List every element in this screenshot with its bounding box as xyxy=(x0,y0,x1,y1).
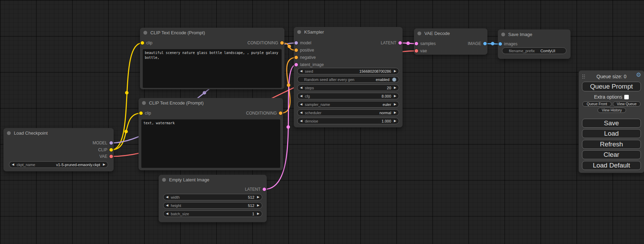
output-socket-latent[interactable] xyxy=(263,188,266,191)
decrement-arrow-icon[interactable]: ◀ xyxy=(300,94,302,98)
widget-steps[interactable]: ◀ steps 20 ▶ xyxy=(297,84,399,91)
decrement-arrow-icon[interactable]: ◀ xyxy=(300,103,302,106)
widget-filename-prefix[interactable]: filename_prefix ComfyUI xyxy=(502,47,566,54)
increment-arrow-icon[interactable]: ▶ xyxy=(257,204,259,207)
collapse-dot-icon[interactable] xyxy=(417,31,421,35)
widget-value: normal xyxy=(379,111,391,115)
increment-arrow-icon[interactable]: ▶ xyxy=(257,212,259,215)
widget-random-seed-toggle[interactable]: Random seed after every gen enabled xyxy=(297,76,399,83)
input-label-model: model xyxy=(300,40,311,45)
widget-height[interactable]: ◀ height 512 ▶ xyxy=(163,202,262,209)
increment-arrow-icon[interactable]: ▶ xyxy=(394,103,396,106)
widget-value: 1.000 xyxy=(382,119,391,123)
extra-options-label: Extra options xyxy=(594,94,623,100)
collapse-dot-icon[interactable] xyxy=(143,31,147,35)
input-socket-model[interactable] xyxy=(294,41,298,45)
prompt-textarea[interactable]: beautiful scenery nature glass bottle la… xyxy=(143,49,282,88)
output-socket-conditioning[interactable] xyxy=(280,41,284,45)
input-socket-clip[interactable] xyxy=(141,41,144,45)
widget-denoise[interactable]: ◀ denoise 1.000 ▶ xyxy=(297,118,399,124)
output-socket-latent[interactable] xyxy=(398,41,402,45)
collapse-dot-icon[interactable] xyxy=(501,33,505,36)
settings-gear-icon[interactable]: ⚙ xyxy=(636,72,641,78)
widget-label: height xyxy=(171,204,248,208)
node-clip-text-encode-positive[interactable]: CLIP Text Encode (Prompt) clip CONDITION… xyxy=(140,28,284,89)
input-socket-images[interactable] xyxy=(499,42,502,46)
node-header[interactable]: Save Image xyxy=(498,29,571,39)
load-default-button[interactable]: Load Default xyxy=(582,161,641,170)
widget-label: Random seed after every gen xyxy=(304,78,376,82)
refresh-button[interactable]: Refresh xyxy=(582,140,641,149)
widget-scheduler[interactable]: ◀ scheduler normal ▶ xyxy=(297,109,399,116)
increment-arrow-icon[interactable]: ▶ xyxy=(394,70,396,73)
node-header[interactable]: KSampler xyxy=(294,27,403,37)
decrement-arrow-icon[interactable]: ◀ xyxy=(166,204,168,207)
load-button[interactable]: Load xyxy=(582,129,641,138)
queue-front-button[interactable]: Queue Front xyxy=(582,101,611,107)
save-button[interactable]: Save xyxy=(582,119,641,128)
decrement-arrow-icon[interactable]: ◀ xyxy=(12,163,14,166)
queue-panel: Queue size: 0 ⚙ Queue Prompt Extra optio… xyxy=(579,70,644,173)
collapse-dot-icon[interactable] xyxy=(7,131,11,135)
output-socket-model[interactable] xyxy=(109,141,113,145)
widget-seed[interactable]: ◀ seed 156680208700286 ▶ xyxy=(297,68,399,74)
decrement-arrow-icon[interactable]: ◀ xyxy=(166,196,168,199)
widget-width[interactable]: ◀ width 512 ▶ xyxy=(163,194,262,200)
node-ksampler[interactable]: KSampler model positive negative latent_… xyxy=(294,27,403,127)
decrement-arrow-icon[interactable]: ◀ xyxy=(300,86,302,89)
output-label-model: MODEL xyxy=(92,141,107,145)
node-vae-decode[interactable]: VAE Decode samples vae IMAGE xyxy=(414,28,487,55)
collapse-dot-icon[interactable] xyxy=(162,178,166,182)
view-history-button[interactable]: View History xyxy=(598,108,626,113)
input-socket-samples[interactable] xyxy=(415,42,418,45)
extra-options-row: Extra options xyxy=(579,94,644,100)
input-socket-positive[interactable] xyxy=(294,48,298,52)
node-header[interactable]: CLIP Text Encode (Prompt) xyxy=(139,98,283,108)
increment-arrow-icon[interactable]: ▶ xyxy=(394,119,396,123)
node-title: Load Checkpoint xyxy=(14,130,48,136)
widget-sampler-name[interactable]: ◀ sampler_name euler ▶ xyxy=(297,101,399,108)
output-socket-clip[interactable] xyxy=(109,148,113,152)
widget-batch-size[interactable]: ◀ batch_size 1 ▶ xyxy=(163,210,262,217)
node-header[interactable]: VAE Decode xyxy=(414,28,487,38)
node-header[interactable]: CLIP Text Encode (Prompt) xyxy=(140,28,284,37)
node-clip-text-encode-negative[interactable]: CLIP Text Encode (Prompt) clip CONDITION… xyxy=(139,98,283,170)
node-empty-latent-image[interactable]: Empty Latent Image LATENT ◀ width 512 ▶ … xyxy=(159,175,267,222)
decrement-arrow-icon[interactable]: ◀ xyxy=(300,70,302,73)
node-title: CLIP Text Encode (Prompt) xyxy=(149,100,204,106)
increment-arrow-icon[interactable]: ▶ xyxy=(257,196,259,199)
widget-label: seed xyxy=(305,69,359,73)
widget-label: batch_size xyxy=(171,212,252,216)
increment-arrow-icon[interactable]: ▶ xyxy=(394,111,396,114)
node-title: Save Image xyxy=(508,32,532,37)
widget-cfg[interactable]: ◀ cfg 8.000 ▶ xyxy=(297,93,399,99)
clear-button[interactable]: Clear xyxy=(582,150,641,159)
output-socket-conditioning[interactable] xyxy=(279,111,282,115)
node-title: Empty Latent Image xyxy=(169,177,209,182)
node-load-checkpoint[interactable]: Load Checkpoint MODEL CLIP VAE ◀ ckpt_na… xyxy=(3,128,114,171)
output-socket-image[interactable] xyxy=(483,42,487,45)
output-socket-vae[interactable] xyxy=(109,155,113,158)
increment-arrow-icon[interactable]: ▶ xyxy=(394,86,396,89)
view-queue-button[interactable]: View Queue xyxy=(613,101,641,107)
widget-ckpt-name[interactable]: ◀ ckpt_name v1-5-pruned-emaonly.ckpt ▶ xyxy=(9,161,108,168)
decrement-arrow-icon[interactable]: ◀ xyxy=(300,111,302,114)
node-header[interactable]: Empty Latent Image xyxy=(159,175,267,184)
input-socket-clip[interactable] xyxy=(139,111,143,115)
decrement-arrow-icon[interactable]: ◀ xyxy=(300,119,302,123)
increment-arrow-icon[interactable]: ▶ xyxy=(394,94,396,98)
input-socket-vae[interactable] xyxy=(415,49,418,53)
extra-options-checkbox[interactable] xyxy=(624,95,629,99)
increment-arrow-icon[interactable]: ▶ xyxy=(103,163,105,166)
node-header[interactable]: Load Checkpoint xyxy=(3,128,114,138)
input-socket-latent-image[interactable] xyxy=(294,63,298,66)
node-save-image[interactable]: Save Image images filename_prefix ComfyU… xyxy=(498,29,571,59)
widget-value: euler xyxy=(383,102,391,107)
toggle-knob-icon[interactable] xyxy=(392,78,396,82)
collapse-dot-icon[interactable] xyxy=(142,101,146,105)
collapse-dot-icon[interactable] xyxy=(297,30,301,34)
input-socket-negative[interactable] xyxy=(294,56,298,59)
prompt-textarea[interactable]: text, watermark xyxy=(141,119,280,168)
queue-prompt-button[interactable]: Queue Prompt xyxy=(582,82,641,91)
decrement-arrow-icon[interactable]: ◀ xyxy=(166,212,168,215)
